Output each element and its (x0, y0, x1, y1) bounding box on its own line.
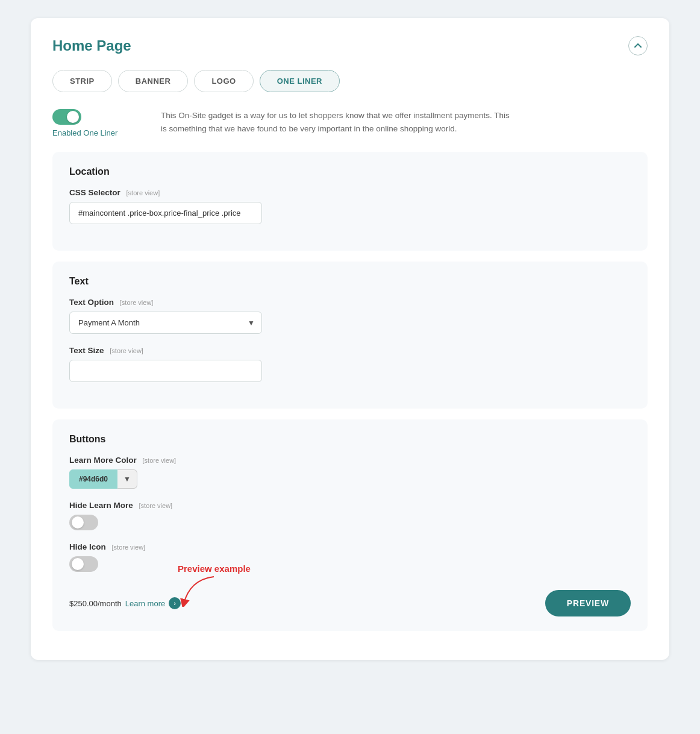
preview-button[interactable]: PREVIEW (545, 590, 631, 616)
preview-annotation: Preview example (178, 563, 251, 607)
text-size-label: Text Size [store view] (69, 346, 631, 355)
hide-learn-more-label: Hide Learn More [store view] (69, 501, 631, 510)
css-selector-label: CSS Selector [store view] (69, 188, 631, 197)
css-selector-input[interactable] (69, 202, 262, 224)
location-section: Location CSS Selector [store view] (52, 152, 648, 251)
text-option-store-view: [store view] (120, 299, 154, 306)
main-card: Home Page STRIP BANNER LOGO ONE LINER En… (31, 18, 669, 660)
text-option-field: Text Option [store view] Payment A Month… (69, 298, 631, 334)
text-section-title: Text (69, 276, 631, 287)
header-row: Home Page (52, 36, 648, 55)
hide-learn-more-field: Hide Learn More [store view] (69, 501, 631, 530)
tab-logo[interactable]: LOGO (194, 70, 253, 92)
text-option-select[interactable]: Payment A Month As Low As Starting At Cu… (69, 312, 262, 334)
text-option-label: Text Option [store view] (69, 298, 631, 307)
collapse-button[interactable] (628, 36, 648, 55)
toggle-description-row: Enabled One Liner This On-Site gadget is… (52, 109, 648, 137)
hide-icon-store-view: [store view] (112, 544, 146, 551)
preview-example-label: Preview example (178, 563, 251, 574)
css-selector-field: CSS Selector [store view] (69, 188, 631, 224)
toggle-section: Enabled One Liner (52, 109, 137, 137)
learn-more-color-label: Learn More Color [store view] (69, 456, 631, 465)
text-size-input[interactable] (69, 360, 262, 382)
color-swatch: #94d6d0 (69, 469, 117, 489)
text-size-field: Text Size [store view] (69, 346, 631, 382)
hide-icon-field: Hide Icon [store view] (69, 542, 631, 572)
text-section: Text Text Option [store view] Payment A … (52, 262, 648, 409)
page-title: Home Page (52, 37, 131, 54)
preview-arrow-svg (178, 574, 226, 607)
color-picker-row: #94d6d0 ▼ (69, 469, 631, 489)
learn-more-color-store-view: [store view] (143, 457, 177, 464)
learn-more-color-field: Learn More Color [store view] #94d6d0 ▼ (69, 456, 631, 489)
tabs-row: STRIP BANNER LOGO ONE LINER (52, 70, 648, 92)
buttons-section-title: Buttons (69, 434, 631, 445)
text-option-select-wrapper: Payment A Month As Low As Starting At Cu… (69, 312, 262, 334)
enabled-toggle[interactable] (52, 109, 81, 125)
preview-bottom-row: $250.00/month Learn more › PREVIEW (69, 590, 631, 616)
tab-strip[interactable]: STRIP (52, 70, 112, 92)
toggle-label: Enabled One Liner (52, 128, 117, 137)
color-dropdown-button[interactable]: ▼ (117, 469, 137, 489)
buttons-section: Buttons Learn More Color [store view] #9… (52, 419, 648, 631)
preview-price-text: $250.00/month (69, 599, 122, 608)
preview-price-line: $250.00/month Learn more › (69, 597, 181, 609)
css-selector-store-view: [store view] (127, 189, 160, 196)
tab-banner[interactable]: BANNER (118, 70, 189, 92)
description-text: This On-Site gadget is a way for us to l… (161, 109, 510, 135)
hide-icon-toggle[interactable] (69, 556, 98, 572)
text-size-store-view: [store view] (110, 347, 143, 354)
preview-example-container: Preview example $250.00/month Learn more… (69, 590, 631, 616)
hide-learn-more-toggle[interactable] (69, 515, 98, 530)
hide-learn-more-store-view: [store view] (139, 502, 173, 509)
learn-more-link[interactable]: Learn more (125, 599, 165, 608)
hide-icon-label: Hide Icon [store view] (69, 542, 631, 551)
tab-one-liner[interactable]: ONE LINER (260, 70, 340, 92)
location-section-title: Location (69, 166, 631, 177)
